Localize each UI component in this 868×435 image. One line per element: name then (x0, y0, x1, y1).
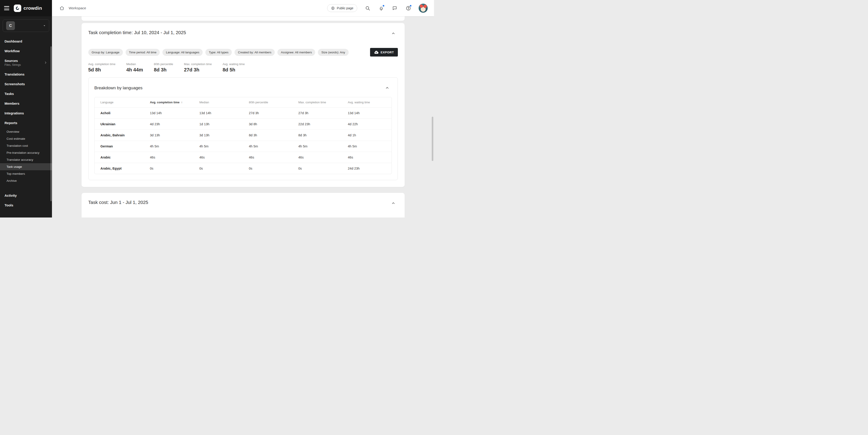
value-cell: 46s (292, 152, 342, 163)
topbar-actions: Public page (327, 4, 428, 13)
table-row: Arabic 46s 46s 46s 46s 46s (95, 152, 392, 163)
hamburger-menu-icon[interactable] (4, 6, 9, 10)
column-header-80th-percentile[interactable]: 80th percentile (243, 97, 292, 108)
sidebar-item-tasks[interactable]: Tasks (0, 89, 52, 98)
value-cell: 0s (144, 163, 194, 174)
value-cell: 4h 5m (194, 141, 243, 152)
sidebar-item-label: Members (4, 102, 20, 105)
task-cost-title: Task cost: Jun 1 - Jul 1, 2025 (88, 199, 149, 205)
filter-chip-created-by[interactable]: Created by: All members (235, 49, 275, 56)
page-scrollbar[interactable] (432, 117, 433, 161)
filter-chip-language[interactable]: Language: All languages (162, 49, 203, 56)
previous-card-bottom (82, 16, 405, 21)
sidebar-item-label: Workflow (4, 49, 20, 53)
sidebar-item-label: Activity (4, 194, 17, 197)
column-header-language[interactable]: Language (95, 97, 144, 108)
stat-value: 27d 3h (184, 67, 212, 73)
filter-chip-group-by[interactable]: Group by: Language (88, 49, 123, 56)
export-label: EXPORT (380, 51, 394, 54)
crowdin-logo[interactable]: crowdin (14, 4, 42, 12)
sidebar-item-pre-translation-accuracy[interactable]: Pre-translation accuracy (0, 149, 52, 156)
breakdown-by-languages-card: Breakdown by languages Language (88, 77, 398, 180)
sidebar-item-archive[interactable]: Archive (0, 177, 52, 184)
project-selector[interactable]: C (3, 20, 49, 32)
sidebar: crowdin C Dashboard Workflow Sources Fil… (0, 0, 52, 218)
sidebar-item-workflow[interactable]: Workflow (0, 46, 52, 56)
notifications-bell-icon[interactable] (378, 5, 384, 11)
project-avatar: C (6, 21, 15, 30)
value-cell: 8d 3h (292, 130, 342, 141)
sidebar-item-sources[interactable]: Sources Files, Strings (0, 56, 52, 69)
filter-chip-size-words[interactable]: Size (words): Any (318, 49, 348, 56)
column-header-max-completion-time[interactable]: Max. completion time (292, 97, 342, 108)
sidebar-item-label: Sources (4, 59, 21, 63)
sidebar-item-dashboard[interactable]: Dashboard (0, 36, 52, 46)
sidebar-nav: Dashboard Workflow Sources Files, String… (0, 35, 52, 210)
sidebar-item-translation-cost[interactable]: Translation cost (0, 142, 52, 149)
value-cell: 46s (194, 152, 243, 163)
reports-subnav: Overview Cost estimate Translation cost … (0, 128, 52, 185)
main-content: Task completion time: Jul 10, 2024 - Jul… (52, 16, 434, 218)
public-page-label: Public page (337, 6, 353, 10)
value-cell: 13d 14h (144, 108, 194, 119)
value-cell: 4h 5m (243, 141, 292, 152)
filter-chip-type[interactable]: Type: All types (205, 49, 232, 56)
search-icon[interactable] (364, 5, 371, 11)
sidebar-item-translator-accuracy[interactable]: Translator accuracy (0, 156, 52, 163)
filter-chip-time-period[interactable]: Time period: All time (126, 49, 160, 56)
chevron-up-icon (391, 201, 396, 206)
app-window: crowdin C Dashboard Workflow Sources Fil… (0, 0, 434, 218)
value-cell: 46s (144, 152, 194, 163)
help-icon[interactable] (405, 5, 411, 11)
column-header-avg-waiting-time[interactable]: Avg. waiting time (342, 97, 392, 108)
collapse-card-button[interactable] (389, 199, 398, 208)
sidebar-item-label: Tools (4, 203, 13, 207)
sidebar-item-cost-estimate[interactable]: Cost estimate (0, 135, 52, 142)
stat-label: Max. completion time (184, 62, 212, 66)
messages-icon[interactable] (392, 5, 398, 11)
sidebar-item-reports-overview[interactable]: Overview (0, 128, 52, 135)
sidebar-item-members[interactable]: Members (0, 98, 52, 108)
sidebar-item-integrations[interactable]: Integrations (0, 108, 52, 118)
stat-avg-waiting-time: Avg. waiting time 8d 5h (222, 62, 245, 73)
language-cell: Acholi (95, 108, 144, 119)
stat-label: Avg. waiting time (222, 62, 245, 66)
sidebar-item-top-members[interactable]: Top members (0, 170, 52, 177)
sidebar-scrollbar[interactable] (51, 46, 52, 201)
breadcrumb-workspace[interactable]: Workspace (69, 6, 86, 10)
task-cost-card: Task cost: Jun 1 - Jul 1, 2025 Group by:… (82, 193, 405, 218)
export-button[interactable]: EXPORT (370, 48, 398, 57)
sidebar-item-reports[interactable]: Reports (0, 118, 52, 128)
sidebar-item-tools[interactable]: Tools (0, 200, 52, 210)
sidebar-item-translations[interactable]: Translations (0, 69, 52, 79)
value-cell: 0s (194, 163, 243, 174)
collapse-breakdown-button[interactable] (383, 83, 392, 92)
languages-table: Language Avg. completion time↑ Median 80… (94, 97, 392, 174)
public-page-button[interactable]: Public page (327, 4, 357, 12)
user-avatar[interactable] (418, 4, 428, 13)
stat-label: Median (126, 62, 143, 66)
breakdown-title: Breakdown by languages (94, 85, 143, 90)
sidebar-item-screenshots[interactable]: Screenshots (0, 79, 52, 89)
sidebar-item-task-usage[interactable]: Task usage (0, 163, 52, 170)
sidebar-header: crowdin (0, 0, 52, 16)
value-cell: 3d 13h (144, 130, 194, 141)
value-cell: 4h 5m (144, 141, 194, 152)
home-icon[interactable] (59, 5, 65, 11)
column-header-median[interactable]: Median (194, 97, 243, 108)
stat-label: 80th percentile (154, 62, 173, 66)
cloud-export-icon (374, 50, 378, 55)
sidebar-item-subtitle: Files, Strings (4, 63, 21, 66)
chevron-right-icon (44, 61, 48, 64)
value-cell: 46s (342, 152, 392, 163)
sidebar-item-label: Integrations (4, 111, 24, 115)
filter-chip-assignee[interactable]: Assignee: All members (277, 49, 315, 56)
crowdin-wordmark: crowdin (24, 5, 42, 11)
stat-avg-completion-time: Avg. completion time 5d 8h (88, 62, 116, 73)
value-cell: 4h 5m (342, 141, 392, 152)
crowdin-logo-icon (14, 4, 21, 12)
column-header-avg-completion-time[interactable]: Avg. completion time↑ (144, 97, 194, 108)
sidebar-item-activity[interactable]: Activity (0, 191, 52, 200)
value-cell: 27d 3h (292, 108, 342, 119)
collapse-card-button[interactable] (389, 29, 398, 38)
